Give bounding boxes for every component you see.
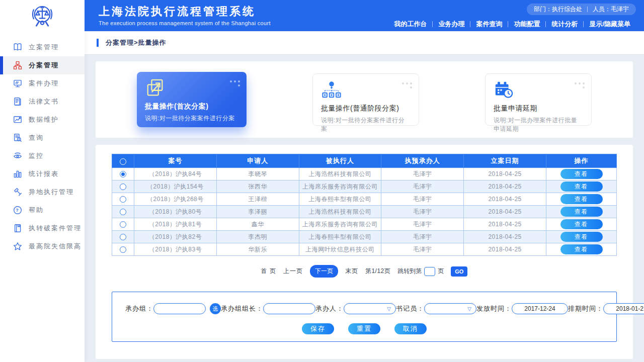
row-radio[interactable]	[120, 196, 126, 203]
department-label: 部门：执行综合处	[534, 5, 582, 14]
col-header-filing-date: 立案日期	[464, 154, 546, 168]
person-label: 人员：毛泽宇	[593, 5, 629, 14]
dots-menu-icon	[398, 80, 412, 88]
table-row: （2018）沪执80号 李泽丽 上海浩然科技有限公司 毛泽宇 2018-04-2…	[112, 206, 617, 218]
select-all-radio[interactable]	[120, 158, 126, 165]
sidebar-item-data-maintenance[interactable]: 数据维护	[0, 111, 85, 129]
page-jump-input[interactable]	[424, 267, 435, 276]
row-radio[interactable]	[120, 209, 126, 215]
page-info: 第1/12页	[365, 267, 390, 276]
cell-filing-date: 2018-04-25	[464, 193, 546, 206]
cell-filing-date: 2018-04-25	[464, 206, 546, 218]
sidebar-item-case-filing[interactable]: 立案管理	[0, 38, 85, 56]
cell-applicant: 李泽丽	[216, 206, 299, 218]
row-radio[interactable]	[120, 171, 126, 177]
view-button[interactable]: 查看	[560, 169, 603, 179]
sidebar-item-remote-execution[interactable]: 异地执行管理	[0, 183, 85, 201]
row-radio[interactable]	[120, 221, 126, 228]
sidebar-item-case-assignment[interactable]: 分案管理	[0, 56, 85, 74]
cell-handler: 毛泽宇	[381, 243, 464, 256]
pagination: 首 页 上一页 下一页 末页 第1/12页 跳转到第 页 GO	[112, 265, 617, 278]
cell-handler: 毛泽宇	[381, 193, 464, 206]
page-first[interactable]: 首 页	[261, 267, 276, 276]
row-radio[interactable]	[120, 184, 126, 190]
sidebar-item-label: 数据维护	[29, 115, 59, 124]
nav-item-statistics[interactable]: 统计分析	[546, 20, 583, 29]
issue-date-label: 发放时间：	[476, 304, 512, 313]
data-chart-icon	[13, 115, 22, 124]
sidebar-item-statistics-report[interactable]: 统计报表	[0, 165, 85, 183]
page-prev[interactable]: 上一页	[283, 267, 303, 276]
cell-filing-date: 2018-04-25	[464, 218, 546, 231]
assignment-form: 承办组： 选 承办组组长： 承办人：	[112, 292, 617, 342]
field-issue-date: 发放时间：	[476, 303, 568, 314]
nav-item-case-query[interactable]: 案件查询	[470, 20, 508, 29]
page-next[interactable]: 下一页	[310, 265, 338, 278]
app-window: 立案管理 分案管理 案件办理 法律	[0, 0, 644, 362]
card-batch-first-assignment[interactable]: 批量操作(首次分案) 说明:对一批待分案案件进行分案	[137, 72, 247, 127]
form-buttons: 保存 重置 取消	[125, 323, 603, 334]
card-batch-stage-assignment[interactable]: 批量操作(普通阶段分案) 说明:对一批待分案案件进行分案	[312, 73, 419, 126]
external-link-icon	[145, 78, 238, 98]
view-button[interactable]: 查看	[560, 182, 603, 192]
row-radio[interactable]	[120, 234, 126, 240]
cell-case-no: （2018）沪执268号	[134, 193, 217, 206]
sidebar-item-case-handling[interactable]: 案件办理	[0, 74, 85, 93]
nav-item-business[interactable]: 业务办理	[433, 20, 470, 29]
page-last[interactable]: 末页	[345, 267, 358, 276]
reset-button[interactable]: 重置	[348, 323, 380, 334]
handling-group-input[interactable]	[153, 303, 206, 314]
view-button[interactable]: 查看	[560, 232, 603, 242]
view-button[interactable]: 查看	[560, 219, 603, 229]
schedule-date-input[interactable]	[603, 303, 644, 314]
case-table: 案号 申请人 被执行人 执预承办人 立案日期 操作 （2018	[112, 154, 617, 256]
cell-handler: 毛泽宇	[381, 180, 464, 193]
col-header-handler: 执预承办人	[381, 154, 464, 168]
go-button[interactable]: GO	[451, 266, 467, 277]
sidebar-item-bankruptcy-transfer[interactable]: 执转破案件管理	[0, 219, 85, 237]
table-row: （2018）沪执84号 李晓琴 上海浩然科技有限公司 毛泽宇 2018-04-2…	[112, 168, 617, 180]
sidebar-item-query[interactable]: 查询	[0, 129, 85, 147]
sidebar-item-label: 最高院失信限高	[29, 242, 82, 251]
case-table-panel: 案号 申请人 被执行人 执预承办人 立案日期 操作 （2018	[96, 145, 633, 359]
col-header-case-no: 案号	[134, 154, 217, 168]
col-header-action: 操作	[546, 154, 617, 168]
cell-applicant: 王泽楷	[216, 193, 299, 206]
star-icon	[13, 242, 22, 251]
handler-select[interactable]	[344, 303, 396, 314]
clerk-select[interactable]	[424, 303, 476, 314]
org-chart-icon	[13, 61, 22, 70]
sidebar-item-supreme-court-dishonesty[interactable]: 最高院失信限高	[0, 237, 85, 255]
cell-case-no: （2018）沪执84号	[134, 168, 217, 180]
card-description: 说明:对一批办理案件进行批量申请延期	[494, 116, 583, 133]
search-icon	[13, 133, 22, 142]
view-button[interactable]: 查看	[560, 194, 603, 204]
cell-case-no: （2018）沪执154号	[134, 180, 217, 193]
save-button[interactable]: 保存	[302, 323, 334, 334]
issue-date-input[interactable]	[512, 303, 568, 314]
card-batch-extension-request[interactable]: 批量申请延期 说明:对一批办理案件进行批量申请延期	[485, 73, 592, 126]
operation-cards-panel: 批量操作(首次分案) 说明:对一批待分案案件进行分案	[96, 61, 633, 138]
card-description: 说明:对一批待分案案件进行分案	[145, 114, 238, 123]
sidebar-item-label: 立案管理	[29, 43, 59, 52]
nav-item-workbench[interactable]: 我的工作台	[388, 20, 432, 29]
cell-respondent: 上海春熙丰型有限公司	[299, 231, 381, 243]
cell-case-no: （2018）沪执81号	[134, 218, 217, 231]
cell-handler: 毛泽宇	[381, 206, 464, 218]
sidebar-item-legal-documents[interactable]: 法律文书	[0, 93, 85, 111]
field-group-leader: 承办组组长：	[221, 303, 315, 314]
group-leader-input[interactable]	[263, 303, 315, 314]
jump-suffix-label: 页	[438, 267, 444, 276]
cell-case-no: （2018）沪执80号	[134, 206, 217, 218]
sidebar-item-help[interactable]: ? 帮助	[0, 201, 85, 219]
row-radio[interactable]	[120, 246, 126, 253]
sidebar-item-monitoring[interactable]: 监控	[0, 147, 85, 165]
cancel-button[interactable]: 取消	[394, 323, 427, 334]
nav-item-toggle-menu[interactable]: 显示/隐藏菜单	[584, 20, 636, 29]
view-button[interactable]: 查看	[560, 244, 603, 254]
cell-handler: 毛泽宇	[381, 231, 464, 243]
nav-item-function-config[interactable]: 功能配置	[508, 20, 545, 29]
select-group-button[interactable]: 选	[210, 303, 221, 314]
card-description: 说明:对一批待分案案件进行分案	[321, 116, 411, 133]
view-button[interactable]: 查看	[560, 207, 603, 217]
